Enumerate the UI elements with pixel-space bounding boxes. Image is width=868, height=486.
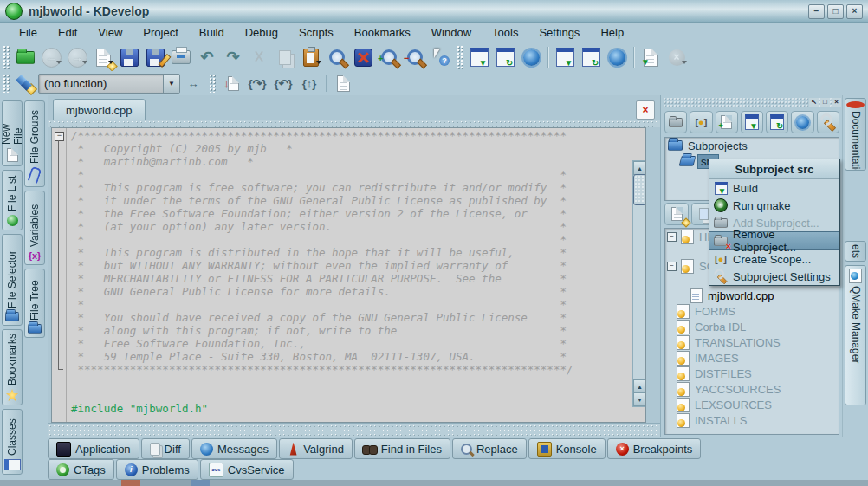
rebuild-subproject-icon[interactable]: ↻	[766, 111, 788, 133]
tree-item-mjbworld-cpp[interactable]: mjbworld.cpp	[665, 288, 839, 303]
toolbar-handle[interactable]	[3, 74, 10, 93]
build-project-icon[interactable]: ▼	[468, 46, 490, 68]
function-selector[interactable]: (no function) ▼	[38, 74, 180, 94]
tree-item-installs[interactable]: INSTALLS	[665, 412, 839, 428]
next-function-icon[interactable]: {↷}	[246, 72, 269, 94]
execute-subproject-icon[interactable]	[791, 111, 813, 133]
sidebar-tab-file-tree[interactable]: File Tree	[24, 269, 45, 338]
subproject-settings-icon[interactable]	[817, 111, 839, 133]
tree-item-translations[interactable]: TRANSLATIONS	[665, 334, 839, 350]
menu-item-remove-subproject[interactable]: × Remove Subproject...	[709, 231, 839, 250]
tab-diff[interactable]: Diff	[141, 438, 190, 459]
menu-view[interactable]: View	[87, 24, 133, 41]
select-block-icon[interactable]: {↕}	[298, 72, 321, 94]
tab-valgrind[interactable]: Valgrind	[279, 438, 353, 459]
undo-icon[interactable]: ↶	[196, 46, 218, 68]
sort-list-icon[interactable]: ↓	[220, 72, 243, 94]
toolbar-handle[interactable]	[3, 45, 10, 68]
print-icon[interactable]	[170, 46, 192, 68]
sidebar-tab-variables[interactable]: Variables {x}	[24, 191, 45, 265]
dock-close-icon[interactable]: ×	[832, 98, 841, 107]
create-scope-icon[interactable]: [●]	[690, 111, 712, 133]
prev-function-icon[interactable]: {↶}	[272, 72, 295, 94]
menu-tools[interactable]: Tools	[482, 24, 528, 41]
sidebar-tab-new-file[interactable]: New File	[2, 100, 23, 166]
tree-item-distfiles[interactable]: DISTFILES	[665, 366, 839, 381]
scroll-up-icon[interactable]: ▲	[633, 379, 646, 393]
titlebar[interactable]: mjbworld - KDevelop − □ ×	[0, 0, 868, 23]
tab-find-in-files[interactable]: Find in Files	[354, 438, 450, 459]
tree-root-subprojects[interactable]: Subprojects	[665, 138, 839, 153]
tree-item-corba-idl[interactable]: Corba IDL	[665, 319, 839, 334]
tab-breakpoints[interactable]: ×Breakpoints	[607, 438, 702, 459]
dock-float-icon[interactable]: ↖	[809, 98, 819, 107]
tab-replace[interactable]: Replace	[452, 438, 527, 459]
tab-konsole[interactable]: Konsole	[528, 438, 606, 459]
tab-application[interactable]: Application	[48, 438, 139, 459]
vertical-scrollbar[interactable]: ▲ ▲ ▼	[632, 160, 645, 407]
sidebar-tab-file-list[interactable]: File List	[2, 170, 23, 230]
menu-debug[interactable]: Debug	[235, 24, 288, 41]
horizontal-scrollbar[interactable]	[48, 423, 660, 437]
dock-maximize-icon[interactable]: □	[820, 98, 830, 107]
tab-documentation[interactable]: Documentation	[845, 98, 866, 171]
maximize-button[interactable]: □	[827, 4, 844, 19]
close-button[interactable]: ×	[846, 4, 863, 19]
cut-icon[interactable]	[248, 46, 270, 68]
minimize-button[interactable]: −	[808, 4, 825, 19]
fold-toggle-icon[interactable]: −	[55, 132, 64, 141]
new-file-icon[interactable]	[92, 46, 114, 68]
find-icon[interactable]	[326, 46, 348, 68]
resize-handle-icon[interactable]: ↔	[182, 72, 204, 94]
build-subproject-icon[interactable]: ▼	[741, 111, 763, 133]
execute-target-icon[interactable]	[606, 46, 628, 68]
menu-bookmarks[interactable]: Bookmarks	[344, 24, 421, 41]
tree-item-yaccsources[interactable]: YACCSOURCES	[665, 381, 839, 397]
tab-messages[interactable]: Messages	[191, 438, 277, 459]
build-target-icon[interactable]: ▼	[554, 46, 576, 68]
create-new-file-icon[interactable]	[664, 203, 689, 225]
close-document-icon[interactable]: ×	[636, 100, 655, 120]
add-subproject-icon[interactable]	[664, 111, 687, 133]
toolbar-handle[interactable]	[209, 74, 216, 93]
zoom-in-icon[interactable]: +	[378, 46, 400, 68]
menu-scripts[interactable]: Scripts	[288, 24, 344, 41]
menu-item-run-qmake[interactable]: Run qmake	[709, 197, 839, 214]
dock-titlebar[interactable]: ↖ □ ×	[663, 97, 841, 107]
sidebar-tab-file-selector[interactable]: File Selector	[2, 234, 23, 326]
whats-this-icon[interactable]	[430, 46, 452, 68]
tab-partially-hidden[interactable]: ets	[845, 241, 866, 262]
tree-item-forms[interactable]: FORMS	[665, 303, 839, 319]
redo-icon[interactable]: ↷	[222, 46, 244, 68]
add-file-icon[interactable]: +	[716, 111, 738, 133]
menu-file[interactable]: File	[9, 24, 48, 41]
save-as-icon[interactable]	[144, 46, 166, 68]
rebuild-target-icon[interactable]: ↻	[580, 46, 602, 68]
menu-build[interactable]: Build	[189, 24, 235, 41]
rebuild-project-icon[interactable]: ↻	[494, 46, 516, 68]
back-icon[interactable]: ←	[40, 46, 62, 68]
scroll-up-icon[interactable]: ▲	[633, 161, 646, 175]
fold-margin[interactable]: −	[52, 128, 67, 422]
menu-edit[interactable]: Edit	[48, 24, 87, 41]
document-overview-icon[interactable]	[332, 72, 354, 94]
tree-item-images[interactable]: IMAGES	[665, 350, 839, 366]
save-icon[interactable]	[118, 46, 140, 68]
menu-item-build[interactable]: ▼ Build	[709, 179, 839, 197]
sidebar-tab-classes[interactable]: Classes	[2, 409, 23, 475]
scrollbar-thumb[interactable]	[633, 174, 646, 205]
sidebar-tab-bookmarks[interactable]: Bookmarks	[2, 329, 23, 405]
tree-item-lexsources[interactable]: LEXSOURCES	[665, 397, 839, 412]
tab-ctags[interactable]: CTags	[48, 459, 114, 480]
combo-dropdown-icon[interactable]: ▼	[163, 75, 179, 93]
copy-icon[interactable]	[274, 46, 296, 68]
forward-icon[interactable]: →	[66, 46, 88, 68]
zoom-out-icon[interactable]: −	[404, 46, 426, 68]
toolbar-handle[interactable]	[457, 45, 463, 68]
menu-help[interactable]: Help	[590, 24, 634, 41]
paste-icon[interactable]	[300, 46, 322, 68]
code-view[interactable]: − /*************************************…	[51, 127, 646, 423]
menu-item-subproject-settings[interactable]: Subproject Settings	[709, 268, 839, 285]
fullscreen-icon[interactable]	[352, 46, 374, 68]
execute-project-icon[interactable]	[520, 46, 542, 68]
